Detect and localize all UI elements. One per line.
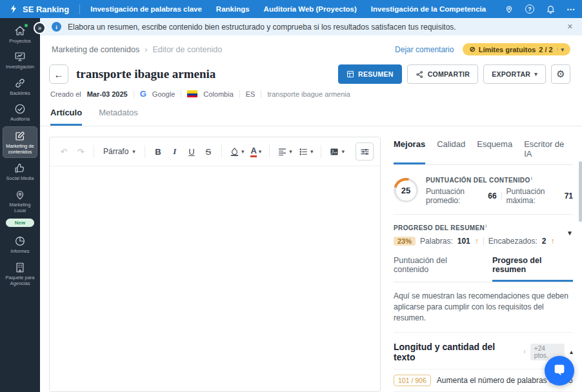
lightning-bolt-icon bbox=[9, 4, 18, 14]
undo-icon[interactable]: ↶ bbox=[56, 143, 72, 160]
align-button[interactable]: ▾ bbox=[275, 143, 295, 160]
sidebar-item-proyectos[interactable]: Proyectos bbox=[3, 22, 37, 46]
sidebar-item-investigacion[interactable]: Investigación bbox=[3, 48, 37, 72]
chevron-down-icon: ▾ bbox=[289, 148, 292, 155]
headings-label: Encabezados: bbox=[488, 237, 537, 246]
sidebar-item-social-media[interactable]: Social Media bbox=[3, 159, 37, 184]
chevron-down-icon: ▾ bbox=[310, 148, 314, 155]
sidebar-item-paquete-agencias[interactable]: Paquete para Agencias bbox=[3, 259, 37, 289]
share-button[interactable]: COMPARTIR bbox=[407, 64, 479, 84]
editor-settings-sliders-icon[interactable] bbox=[356, 142, 374, 161]
bell-icon[interactable] bbox=[545, 3, 556, 15]
sidebar-collapse-toggle[interactable]: » bbox=[34, 22, 46, 34]
sidebar-item-label: Marketing de contenidos bbox=[4, 143, 36, 155]
summary-button[interactable]: RESUMEN bbox=[338, 64, 402, 84]
breadcrumb-marketing[interactable]: Marketing de contenidos bbox=[52, 45, 139, 54]
panel-scrollbar[interactable] bbox=[579, 161, 582, 222]
list-button[interactable]: ▾ bbox=[296, 143, 316, 160]
editor-content-area[interactable] bbox=[50, 166, 380, 391]
subtab-progreso[interactable]: Progreso del resumen bbox=[492, 256, 573, 282]
text-color-button[interactable]: A ▾ bbox=[248, 143, 264, 160]
gear-icon[interactable]: ⚙ bbox=[551, 64, 570, 84]
search-engine: Google bbox=[152, 90, 175, 98]
more-menu-icon[interactable]: ⋯ bbox=[567, 5, 576, 14]
sidebar-item-auditoria[interactable]: Auditoría bbox=[3, 100, 37, 124]
redo-icon[interactable]: ↷ bbox=[73, 143, 88, 160]
strikethrough-button[interactable]: S bbox=[201, 143, 216, 160]
expand-dropdown-icon[interactable]: ▼ bbox=[567, 223, 573, 237]
brand-logo[interactable]: SE Ranking bbox=[9, 4, 69, 14]
sidebar-item-label: Backlinks bbox=[10, 90, 30, 96]
check-circle-icon bbox=[14, 103, 26, 115]
underline-button[interactable]: U bbox=[184, 143, 199, 160]
chevron-down-icon: ▾ bbox=[132, 148, 135, 155]
sidebar-item-label: Informes bbox=[10, 248, 29, 254]
language-code: ES bbox=[246, 90, 256, 98]
chevron-down-icon: ▾ bbox=[534, 71, 537, 77]
free-limits-pill[interactable]: ⊘ Límites gratuitos 2 / 2 i ▾ bbox=[463, 43, 570, 55]
nav-competitor-research[interactable]: Investigación de la Competencia bbox=[371, 5, 486, 13]
nav-web-audit[interactable]: Auditoría Web (Proyectos) bbox=[264, 5, 357, 13]
export-button[interactable]: EXPORTAR ▾ bbox=[483, 64, 546, 84]
score-progress-subtabs: Puntuación del contenido Progreso del re… bbox=[394, 256, 573, 282]
help-icon[interactable]: ? bbox=[525, 5, 534, 14]
sidebar-item-label: Auditoría bbox=[10, 116, 30, 122]
limits-label: Límites gratuitos bbox=[479, 46, 536, 54]
sidebar: Proyectos Investigación Backlinks Audito… bbox=[0, 18, 40, 392]
arrow-up-icon: ↑ bbox=[475, 237, 479, 246]
country: Colombia bbox=[203, 90, 233, 98]
leave-comment-link[interactable]: Dejar comentario bbox=[395, 45, 454, 54]
subtab-puntuacion[interactable]: Puntuación del contenido bbox=[394, 256, 479, 282]
chat-widget-button[interactable] bbox=[545, 356, 574, 386]
tab-mejoras[interactable]: Mejoras bbox=[394, 139, 425, 164]
chevron-down-icon: ▾ bbox=[341, 148, 345, 155]
colombia-flag-icon bbox=[187, 90, 197, 97]
avg-score-label: Puntuación promedio: bbox=[426, 187, 483, 205]
brief-grid-icon bbox=[346, 70, 354, 78]
nav-rankings[interactable]: Rankings bbox=[216, 5, 250, 13]
italic-button[interactable]: I bbox=[167, 143, 183, 160]
location-pin-icon[interactable] bbox=[503, 3, 515, 15]
editor: ↶ ↷ Párrafo ▾ B I U S bbox=[49, 137, 381, 392]
collapse-caret-icon[interactable]: ▴ bbox=[570, 348, 573, 355]
nav-keyword-research[interactable]: Investigación de palabras clave bbox=[90, 5, 202, 13]
back-button[interactable]: ← bbox=[49, 64, 68, 84]
sidebar-item-label: Proyectos bbox=[9, 38, 30, 44]
insert-image-button[interactable]: ▾ bbox=[326, 143, 347, 160]
paragraph-style-dropdown[interactable]: Párrafo ▾ bbox=[99, 143, 139, 160]
sidebar-item-marketing-local[interactable]: Marketing Local bbox=[3, 186, 37, 217]
sidebar-item-informes[interactable]: Informes bbox=[3, 232, 37, 257]
thumbs-up-icon bbox=[14, 162, 26, 174]
content-score-block: 25 PUNTUACIÓN DEL CONTENIDOi Puntuación … bbox=[394, 165, 573, 215]
progress-percent-badge: 23% bbox=[394, 237, 416, 246]
info-banner: i Elabora un resumen, escribe contenido … bbox=[40, 18, 582, 35]
pie-chart-icon bbox=[14, 235, 26, 247]
topbar-nav: Investigación de palabras clave Rankings… bbox=[90, 5, 486, 13]
editor-toolbar: ↶ ↷ Párrafo ▾ B I U S bbox=[50, 137, 380, 166]
headings-value: 2 bbox=[542, 237, 547, 246]
monitor-icon bbox=[14, 51, 26, 63]
tab-escritor-ia[interactable]: Escritor de IA bbox=[524, 139, 573, 164]
sidebar-item-marketing-de-contenidos[interactable]: Marketing de contenidos bbox=[3, 126, 37, 159]
link-icon bbox=[14, 77, 26, 89]
tab-articulo[interactable]: Artículo bbox=[50, 108, 82, 126]
bold-button[interactable]: B bbox=[150, 143, 166, 160]
info-superscript-icon: i bbox=[485, 223, 487, 229]
close-icon[interactable]: ✕ bbox=[567, 23, 573, 31]
recommendations-hint: Aquí se muestran las recomendaciones que… bbox=[394, 282, 573, 333]
tab-calidad[interactable]: Calidad bbox=[437, 139, 465, 164]
map-pin-icon bbox=[14, 189, 26, 201]
sidebar-item-backlinks[interactable]: Backlinks bbox=[3, 74, 37, 99]
tab-esquema[interactable]: Esquema bbox=[477, 139, 512, 164]
improvements-panel: Mejoras Calidad Esquema Escritor de IA 2… bbox=[387, 126, 582, 392]
created-date: Mar-03 2025 bbox=[87, 90, 128, 98]
max-score-value: 71 bbox=[565, 191, 573, 201]
info-superscript-icon: i bbox=[531, 175, 533, 181]
breadcrumb: Marketing de contenidos › Editor de cont… bbox=[40, 35, 582, 61]
chevron-down-icon: ▾ bbox=[259, 148, 262, 155]
sidebar-item-label: Marketing Local bbox=[3, 202, 37, 214]
document-meta: Creado el Mar-03 2025 G Google Colombia … bbox=[40, 84, 582, 99]
topbar: SE Ranking Investigación de palabras cla… bbox=[0, 0, 582, 18]
tab-metadatos[interactable]: Metadatos bbox=[99, 108, 138, 126]
highlight-color-button[interactable]: ▾ bbox=[227, 143, 247, 160]
